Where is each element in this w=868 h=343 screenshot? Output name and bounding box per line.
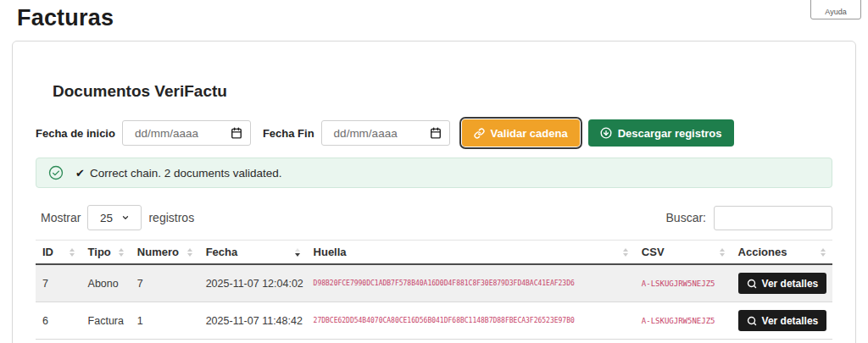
col-header-csv[interactable]: CSV <box>635 241 732 265</box>
cell-huella: 27DBCE62DD54B4070CA80CE16D56B041DF68BC11… <box>307 302 635 340</box>
end-date-label: Fecha Fin <box>263 127 314 140</box>
col-header-tipo[interactable]: Tipo <box>81 241 131 265</box>
help-button-label: Ayuda <box>825 8 846 16</box>
view-details-button[interactable]: Ver detalles <box>738 310 827 331</box>
cell-csv: A-LSKUGJRW5NEJZ5 <box>635 302 732 340</box>
download-records-button[interactable]: Descargar registros <box>588 119 734 147</box>
chevron-down-icon <box>121 213 130 222</box>
cell-tipo: Factura <box>81 302 131 340</box>
col-label: Acciones <box>738 246 787 258</box>
alert-text: Correct chain. 2 documents validated. <box>90 167 282 180</box>
sort-icon <box>70 248 75 257</box>
check-mark: ✔ <box>75 167 85 180</box>
cell-fecha: 2025-11-07 11:48:42 <box>199 302 307 340</box>
sort-icon <box>119 248 124 257</box>
search-input[interactable] <box>714 206 832 230</box>
download-icon <box>600 127 612 139</box>
cell-fecha: 2025-11-07 12:04:02 <box>199 264 307 302</box>
page-length-control: Mostrar 25 registros <box>41 205 194 230</box>
table-header-row: ID Tipo Numero Fecha Huella CSV Acciones <box>36 241 832 265</box>
cell-numero: 7 <box>131 264 199 302</box>
calendar-icon[interactable] <box>430 127 442 139</box>
col-header-huella[interactable]: Huella <box>307 241 635 265</box>
view-details-button[interactable]: Ver detalles <box>738 273 827 294</box>
col-label: Fecha <box>206 246 238 258</box>
validate-chain-button[interactable]: Validar cadena <box>462 119 580 147</box>
sort-desc-icon <box>295 248 300 257</box>
col-label: CSV <box>642 246 665 258</box>
length-selected-value: 25 <box>100 212 113 224</box>
documents-table: ID Tipo Numero Fecha Huella CSV Acciones… <box>36 240 832 340</box>
view-details-label: Ver detalles <box>762 315 819 327</box>
view-details-label: Ver detalles <box>762 278 819 290</box>
start-date-input[interactable]: dd/mm/aaaa <box>122 120 251 146</box>
col-label: Numero <box>137 246 179 258</box>
page-length-select[interactable]: 25 <box>87 205 142 230</box>
cell-huella: D98B20FCE7990DC1ADB7F578B40A16D0D4F881C8… <box>307 264 635 302</box>
col-label: Tipo <box>88 246 111 258</box>
sort-icon <box>187 248 192 257</box>
verifactu-panel: Documentos VeriFactu Fecha de inicio dd/… <box>12 41 856 343</box>
validate-chain-label: Validar cadena <box>491 127 568 140</box>
col-header-fecha[interactable]: Fecha <box>199 241 307 265</box>
filter-row: Fecha de inicio dd/mm/aaaa Fecha Fin dd/… <box>36 119 832 147</box>
start-date-label: Fecha de inicio <box>36 127 115 140</box>
search-icon <box>747 279 757 289</box>
end-date-input[interactable]: dd/mm/aaaa <box>321 120 450 146</box>
search-label: Buscar: <box>666 211 706 224</box>
cell-tipo: Abono <box>81 264 131 302</box>
cell-id: 6 <box>36 302 81 340</box>
page-title: Facturas <box>17 5 868 31</box>
end-date-placeholder: dd/mm/aaaa <box>334 127 398 140</box>
col-header-id[interactable]: ID <box>36 241 81 265</box>
start-date-placeholder: dd/mm/aaaa <box>135 127 198 140</box>
panel-title: Documentos VeriFactu <box>53 82 832 101</box>
success-alert: ✔ Correct chain. 2 documents validated. <box>36 158 832 188</box>
length-suffix-label: registros <box>148 211 194 224</box>
col-header-numero[interactable]: Numero <box>131 241 199 265</box>
download-records-label: Descargar registros <box>618 127 722 140</box>
cell-id: 7 <box>36 264 81 302</box>
table-controls: Mostrar 25 registros Buscar: <box>36 205 832 230</box>
sort-icon <box>623 248 628 257</box>
sort-icon <box>720 248 725 257</box>
sort-icon <box>821 248 826 257</box>
help-button[interactable]: Ayuda <box>810 0 861 19</box>
cell-numero: 1 <box>131 302 199 340</box>
link-icon <box>474 128 485 139</box>
length-prefix-label: Mostrar <box>41 211 81 224</box>
table-row: 7 Abono 7 2025-11-07 12:04:02 D98B20FCE7… <box>36 264 832 302</box>
search-icon <box>747 316 757 326</box>
facturas-page: Facturas Ayuda Documentos VeriFactu Fech… <box>0 5 868 343</box>
col-label: ID <box>42 246 53 258</box>
col-header-acciones[interactable]: Acciones <box>732 241 832 265</box>
cell-csv: A-LSKUGJRW5NEJZ5 <box>635 264 732 302</box>
calendar-icon[interactable] <box>231 127 242 139</box>
col-label: Huella <box>314 246 347 258</box>
table-row: 6 Factura 1 2025-11-07 11:48:42 27DBCE62… <box>36 302 832 340</box>
check-circle-icon <box>48 165 64 180</box>
search-control: Buscar: <box>666 206 832 230</box>
